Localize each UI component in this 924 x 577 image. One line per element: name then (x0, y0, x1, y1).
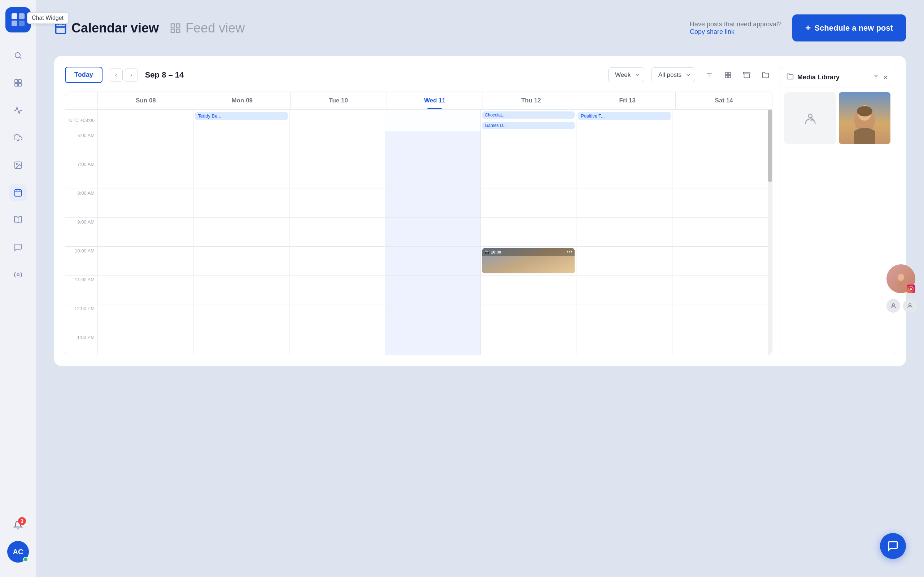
media-grid (780, 88, 895, 148)
day-col-sat[interactable] (672, 110, 768, 355)
day-header-wed: Wed 11 (387, 92, 483, 109)
post-games[interactable]: Games D... (482, 122, 575, 129)
chat-button[interactable] (880, 533, 906, 559)
svg-rect-2 (11, 21, 17, 26)
sidebar-item-messages[interactable] (10, 239, 27, 256)
svg-rect-33 (743, 72, 750, 74)
time-8am: 8:00 AM (65, 189, 97, 218)
grid-icon[interactable] (721, 68, 735, 82)
video-time-label: 10:00 (491, 250, 501, 254)
sidebar-item-inbox[interactable] (10, 129, 27, 147)
profile-bubble[interactable] (887, 264, 915, 293)
sidebar: Chat Widget (0, 0, 36, 577)
calendar-container: Today ‹ › Sep 8 – 14 Week All posts (54, 56, 906, 366)
feed-view-button[interactable]: Feed view (170, 21, 245, 36)
time-1pm: 1:00 PM (65, 333, 97, 355)
svg-rect-1 (19, 13, 24, 19)
calendar-body[interactable]: UTC +08:00 6:00 AM 7:00 AM 8:00 AM 9:00 … (65, 110, 772, 355)
calendar-grid: Sun 08 Mon 09 Tue 10 Wed 11 Thu 12 Fri 1… (65, 92, 772, 355)
instagram-badge (907, 285, 915, 293)
day-col-wed[interactable] (385, 110, 481, 355)
week-select[interactable]: Week (608, 68, 644, 82)
svg-rect-32 (729, 75, 731, 77)
folder-icon[interactable] (759, 68, 772, 82)
day-header-tue: Tue 10 (291, 92, 387, 109)
online-indicator (23, 557, 28, 562)
svg-point-45 (910, 288, 912, 290)
header: Calendar view Feed view Have posts that … (54, 15, 906, 42)
sidebar-item-search[interactable] (10, 47, 27, 64)
sidebar-item-library[interactable] (10, 211, 27, 229)
sidebar-item-media[interactable] (10, 156, 27, 174)
day-col-tue[interactable]: ⭐ (289, 110, 385, 355)
svg-rect-30 (729, 72, 731, 75)
copy-share-link[interactable]: Copy share link (690, 28, 782, 36)
time-header (65, 92, 98, 109)
archive-icon[interactable] (740, 68, 754, 82)
svg-rect-31 (725, 75, 728, 77)
sidebar-item-settings[interactable] (10, 266, 27, 284)
scrollbar-thumb[interactable] (768, 110, 772, 182)
view-toggle: Calendar view Feed view (54, 21, 245, 36)
day-col-fri[interactable]: Positive T... (577, 110, 672, 355)
media-close-button[interactable]: ✕ (883, 74, 888, 82)
media-placeholder-item[interactable] (784, 92, 836, 144)
svg-point-38 (809, 114, 812, 118)
post-chocolate[interactable]: Chocolat... (482, 111, 575, 119)
scrollbar-track[interactable] (768, 110, 772, 355)
calendar-main: Today ‹ › Sep 8 – 14 Week All posts (65, 67, 772, 355)
time-7am: 7:00 AM (65, 160, 97, 189)
user-avatar[interactable]: AC (7, 541, 29, 562)
svg-rect-29 (725, 72, 728, 75)
sidebar-item-analytics[interactable] (10, 102, 27, 119)
chat-widget-tooltip: Chat Widget (27, 12, 68, 24)
filter-icon[interactable] (703, 68, 716, 82)
media-filter-icon[interactable] (873, 74, 879, 82)
toolbar-icons (703, 68, 772, 82)
day-col-thu[interactable]: Chocolat... Games D... (481, 110, 577, 355)
account-icon-1[interactable] (887, 299, 900, 313)
day-header-thu: Thu 12 (483, 92, 579, 109)
time-12pm: 12:00 PM (65, 305, 97, 333)
next-arrow[interactable]: › (125, 69, 138, 82)
account-icons (887, 299, 917, 313)
prev-arrow[interactable]: ‹ (110, 69, 123, 82)
schedule-new-post-button[interactable]: + Schedule a new post (792, 15, 906, 42)
svg-point-46 (912, 287, 913, 288)
svg-rect-9 (18, 83, 21, 86)
time-9am: 9:00 AM (65, 218, 97, 247)
approval-section: Have posts that need approval? Copy shar… (690, 21, 782, 36)
media-photo-item[interactable] (839, 92, 890, 144)
svg-point-43 (898, 274, 904, 281)
day-header-sat: Sat 14 (676, 92, 772, 109)
svg-rect-22 (171, 24, 174, 27)
media-library-folder-icon (787, 73, 794, 82)
posts-select[interactable]: All posts (651, 68, 695, 82)
svg-point-48 (909, 304, 911, 306)
media-photo-thumbnail (839, 92, 890, 144)
notification-button[interactable]: 3 (10, 516, 27, 534)
svg-rect-7 (18, 80, 21, 82)
plus-icon: + (805, 23, 811, 34)
video-menu-dots[interactable]: ••• (567, 249, 573, 255)
svg-rect-23 (176, 24, 180, 27)
svg-rect-3 (19, 21, 24, 26)
calendar-toolbar: Today ‹ › Sep 8 – 14 Week All posts (65, 67, 772, 83)
day-col-sun[interactable] (98, 110, 194, 355)
post-teddy[interactable]: Teddy Be... (195, 112, 287, 120)
account-icon-2[interactable] (903, 299, 917, 313)
svg-rect-13 (15, 190, 21, 196)
today-button[interactable]: Today (65, 67, 102, 83)
time-6am: 6:00 AM (65, 131, 97, 160)
main-content: Calendar view Feed view Have posts that … (36, 0, 924, 577)
svg-rect-18 (56, 24, 66, 34)
sidebar-item-grid[interactable] (10, 74, 27, 92)
calendar-view-button[interactable]: Calendar view (54, 21, 159, 36)
video-camera-icon: 📷 (485, 250, 489, 254)
video-post[interactable]: 📷 10:00 ••• (482, 248, 575, 273)
time-11am: 11:00 AM (65, 276, 97, 305)
day-col-mon[interactable]: Teddy Be... (194, 110, 289, 355)
svg-point-17 (17, 274, 19, 276)
sidebar-item-calendar[interactable] (10, 184, 27, 201)
post-positive[interactable]: Positive T... (578, 112, 670, 120)
